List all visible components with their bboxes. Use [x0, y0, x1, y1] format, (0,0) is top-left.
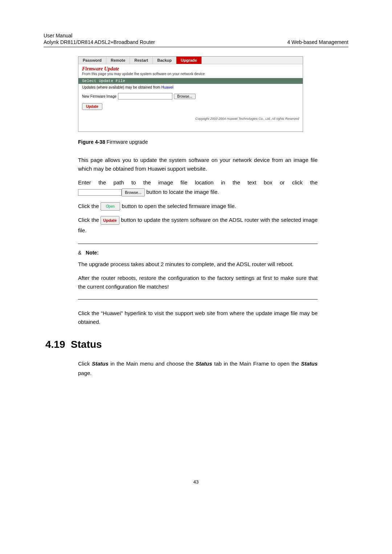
note-p1: The upgrade process takes about 2 minute… — [78, 260, 318, 269]
tab-bar: Password Remote Restart Backup Upgrade — [78, 57, 303, 64]
note-symbol: & — [78, 250, 81, 256]
sp-f: Status — [301, 360, 318, 367]
figure-caption: Figure 4-38 Firmware upgrade — [78, 139, 318, 145]
firmware-form-row: New Firmware Image Browse... — [78, 91, 303, 102]
sp-a: Click — [78, 360, 92, 367]
paragraph-1: This page allows you to update the syste… — [78, 156, 318, 173]
header-line2-left: Aolynk DR811/DR814 ADSL2+Broadband Route… — [44, 39, 155, 45]
select-file-bar: Select Update File — [78, 78, 303, 84]
firmware-image-label: New Firmware Image — [82, 94, 117, 98]
figure-label: Figure 4-38 — [78, 139, 105, 145]
p2-line2: button to locate the image file. — [145, 189, 219, 195]
main-content: Figure 4-38 Firmware upgrade This page a… — [78, 139, 318, 378]
firmware-screenshot: Password Remote Restart Backup Upgrade F… — [78, 56, 303, 132]
header-bottom: Aolynk DR811/DR814 ADSL2+Broadband Route… — [44, 39, 348, 47]
p3-b: button to open the selected firmware ima… — [120, 203, 236, 209]
inline-update-button[interactable]: Update — [101, 216, 119, 225]
p3-a: Click the — [78, 203, 101, 209]
divider-bottom — [78, 299, 318, 300]
firmware-subtitle: From this page you may update the system… — [78, 72, 303, 78]
p4-a: Click the — [78, 217, 101, 223]
copyright-text: Copyright 2003-2004 Huawei Technologies … — [78, 111, 303, 121]
update-button[interactable]: Update — [82, 103, 102, 110]
p2-line1: Enter the path to the image file locatio… — [78, 178, 318, 187]
header-top: User Manual — [44, 33, 348, 38]
header-line1-left: User Manual — [44, 33, 72, 38]
browse-button[interactable]: Browse... — [174, 94, 196, 99]
paragraph-2: Enter the path to the image file locatio… — [78, 178, 318, 197]
inline-browse-button[interactable]: Browse... — [122, 188, 145, 197]
sp-d: Status — [196, 360, 212, 367]
header-right: 4 Web-based Management — [287, 39, 348, 45]
paragraph-4: Click the Update button to update the sy… — [78, 215, 318, 236]
note-p2: After the router reboots, restore the co… — [78, 274, 318, 291]
sp-b: Status — [92, 360, 109, 367]
tab-upgrade[interactable]: Upgrade — [176, 57, 202, 64]
section-title: Status — [71, 339, 102, 350]
sp-c: in the Main menu and choose the — [109, 360, 196, 367]
updates-text: Updates (where available) may be obtaine… — [78, 84, 303, 91]
section-number: 4.19 — [45, 339, 65, 350]
paragraph-3: Click the Open button to open the select… — [78, 201, 318, 212]
tab-restart[interactable]: Restart — [130, 57, 153, 64]
huawei-link[interactable]: Huawei — [161, 85, 173, 89]
sp-e: tab in the Main Frame to open the — [212, 360, 301, 367]
note-label: Note: — [86, 250, 99, 256]
tab-remote[interactable]: Remote — [106, 57, 130, 64]
section-heading: 4.19 Status — [45, 339, 318, 350]
updates-prefix: Updates (where available) may be obtaine… — [82, 85, 161, 89]
tab-backup[interactable]: Backup — [153, 57, 176, 64]
figure-text: Firmware upgrade — [105, 139, 148, 145]
paragraph-5: Click the “Huawei” hyperlink to visit th… — [78, 309, 318, 326]
tab-password[interactable]: Password — [78, 57, 106, 64]
page-number: 43 — [44, 479, 348, 485]
sp-g: page. — [78, 370, 92, 376]
divider-top — [78, 244, 318, 244]
status-paragraph: Click Status in the Main menu and choose… — [78, 359, 318, 378]
firmware-file-input[interactable] — [118, 93, 172, 99]
note-heading: & Note: — [78, 250, 318, 256]
inline-open-button[interactable]: Open — [101, 202, 120, 211]
inline-textbox[interactable] — [78, 189, 122, 196]
firmware-title: Firmware Update — [78, 64, 303, 72]
